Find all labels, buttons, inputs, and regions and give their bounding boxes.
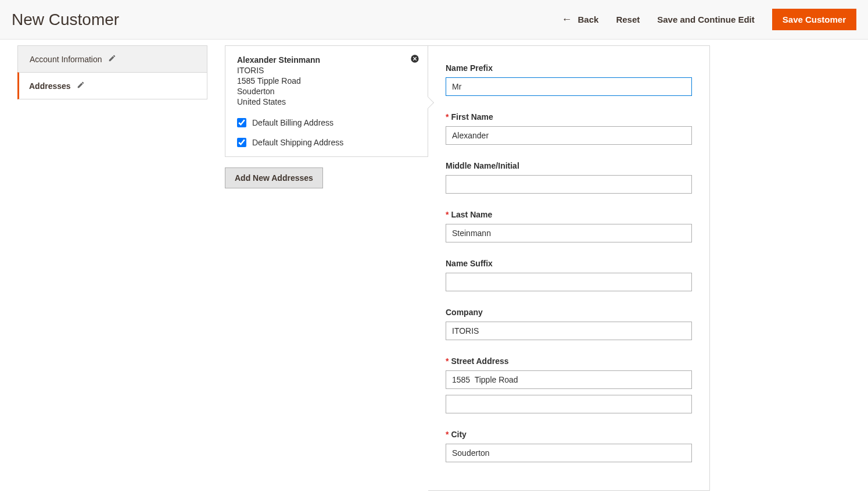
sidebar-item-addresses[interactable]: Addresses: [17, 72, 207, 99]
sidebar-item-account-information[interactable]: Account Information: [17, 45, 207, 72]
middle-name-label: Middle Name/Initial: [446, 161, 692, 170]
default-billing-checkbox[interactable]: [237, 118, 246, 127]
address-card-name: Alexander Steinmann: [237, 55, 416, 65]
address-card-country: United States: [237, 97, 416, 106]
middle-name-input[interactable]: [446, 175, 692, 194]
last-name-group: *Last Name: [446, 210, 692, 242]
page-header: New Customer ← Back Reset Save and Conti…: [0, 0, 868, 40]
company-label: Company: [446, 308, 692, 317]
last-name-label: *Last Name: [446, 210, 692, 219]
reset-label: Reset: [616, 15, 640, 24]
address-card-company: ITORIS: [237, 66, 416, 75]
middle-name-group: Middle Name/Initial: [446, 161, 692, 194]
reset-button[interactable]: Reset: [616, 15, 640, 24]
header-actions: ← Back Reset Save and Continue Edit Save…: [562, 9, 856, 30]
address-card[interactable]: Alexander Steinmann ITORIS 1585 Tipple R…: [225, 45, 428, 157]
save-continue-label: Save and Continue Edit: [657, 15, 755, 24]
back-button[interactable]: ← Back: [562, 13, 599, 26]
address-card-street: 1585 Tipple Road: [237, 76, 416, 85]
pencil-icon: [77, 81, 85, 91]
first-name-input[interactable]: [446, 126, 692, 145]
name-suffix-group: Name Suffix: [446, 259, 692, 291]
street-group: *Street Address: [446, 356, 692, 413]
city-group: *City: [446, 430, 692, 462]
main-area: Alexander Steinmann ITORIS 1585 Tipple R…: [225, 45, 710, 491]
name-prefix-group: Name Prefix: [446, 63, 692, 96]
street-input-1[interactable]: [446, 370, 692, 389]
sidebar-item-label: Account Information: [30, 55, 102, 64]
street-input-2[interactable]: [446, 395, 692, 413]
address-form-panel: Name Prefix *First Name Middle Name/Init…: [428, 45, 710, 491]
close-icon[interactable]: [410, 54, 419, 65]
default-shipping-label[interactable]: Default Shipping Address: [252, 138, 343, 147]
sidebar: Account Information Addresses: [17, 45, 207, 491]
name-prefix-input[interactable]: [446, 77, 692, 96]
page-title: New Customer: [12, 10, 119, 29]
default-billing-row: Default Billing Address: [237, 118, 416, 127]
first-name-group: *First Name: [446, 112, 692, 145]
name-suffix-label: Name Suffix: [446, 259, 692, 268]
city-input[interactable]: [446, 444, 692, 462]
sidebar-item-label: Addresses: [29, 81, 71, 91]
company-group: Company: [446, 308, 692, 340]
save-customer-button[interactable]: Save Customer: [772, 9, 856, 30]
company-input[interactable]: [446, 322, 692, 340]
default-shipping-checkbox[interactable]: [237, 138, 246, 147]
first-name-label: *First Name: [446, 112, 692, 122]
name-prefix-label: Name Prefix: [446, 63, 692, 73]
address-summary-column: Alexander Steinmann ITORIS 1585 Tipple R…: [225, 45, 428, 491]
address-card-city: Souderton: [237, 87, 416, 96]
name-suffix-input[interactable]: [446, 273, 692, 291]
content: Account Information Addresses Alexander …: [0, 40, 868, 491]
city-label: *City: [446, 430, 692, 439]
street-label: *Street Address: [446, 356, 692, 366]
default-shipping-row: Default Shipping Address: [237, 138, 416, 147]
default-billing-label[interactable]: Default Billing Address: [252, 118, 333, 127]
last-name-input[interactable]: [446, 224, 692, 242]
add-new-addresses-button[interactable]: Add New Addresses: [225, 167, 323, 188]
pencil-icon: [108, 54, 116, 64]
back-label: Back: [578, 15, 599, 24]
save-continue-button[interactable]: Save and Continue Edit: [657, 15, 755, 24]
arrow-left-icon: ←: [562, 13, 572, 26]
